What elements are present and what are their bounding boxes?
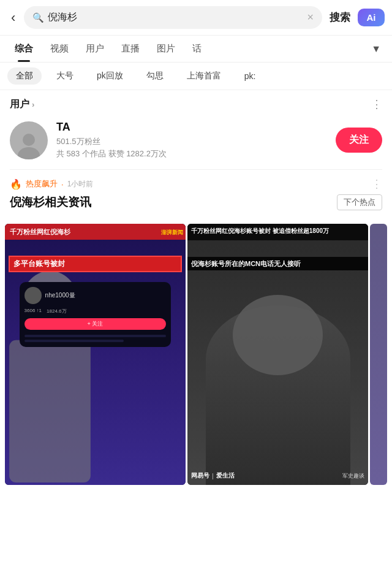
- video-right-subtitle-overlay: 倪海杉账号所在的MCN电话无人接听: [187, 257, 368, 270]
- user-info: TA 501.5万粉丝 共 583 个作品 获赞 1282.2万次: [56, 121, 327, 159]
- phone-stat1: 3606 ↑1: [24, 308, 42, 315]
- clear-button[interactable]: ×: [307, 11, 314, 24]
- hot-news-row: 倪海杉相关资讯 下个热点: [10, 194, 382, 210]
- phone-line2: [24, 340, 124, 342]
- hot-news-title: 倪海杉相关资讯: [10, 194, 91, 210]
- watermark-text: 军史趣谈: [342, 473, 364, 479]
- phone-screen-mockup: nhe1000量 3606 ↑1 1824.6万 + 关注: [20, 282, 172, 347]
- video-card-partial: [370, 224, 387, 485]
- search-query-text: 倪海杉: [48, 11, 303, 24]
- person-right: [187, 285, 368, 485]
- video-left-sub-text: 多平台账号被封: [13, 259, 177, 269]
- user-works: 共 583 个作品 获赞 1282.2万次: [56, 148, 327, 159]
- user-name: TA: [56, 121, 327, 134]
- next-hot-button[interactable]: 下个热点: [337, 194, 382, 210]
- phone-stats: 3606 ↑1 1824.6万: [24, 308, 167, 315]
- hot-fire-icon: 🔥: [10, 178, 22, 190]
- phone-stat2: 1824.6万: [47, 308, 66, 315]
- search-bar[interactable]: 🔍 倪海杉 ×: [24, 6, 322, 29]
- hot-section: 🔥 热度飙升 · 1小时前 ⋮ 倪海杉相关资讯 下个热点: [0, 170, 392, 219]
- follow-button[interactable]: 关注: [336, 128, 382, 153]
- users-chevron-icon: ›: [32, 100, 34, 109]
- hot-label-row: 🔥 热度飙升 · 1小时前 ⋮: [10, 177, 382, 191]
- video-right-sub-text: 倪海杉账号所在的MCN电话无人接听: [191, 259, 364, 268]
- tab-image[interactable]: 图片: [148, 36, 184, 62]
- filter-shanghai-rich[interactable]: 上海首富: [178, 67, 230, 85]
- hot-more-icon[interactable]: ⋮: [371, 177, 382, 191]
- source-wangyi: 网易号: [191, 471, 209, 480]
- ai-button[interactable]: Ai: [358, 9, 385, 26]
- svg-point-1: [18, 147, 40, 159]
- users-section-header: 用户 › ⋮: [0, 90, 392, 116]
- video-right-title-text: 千万粉丝网红倪海杉账号被封 被追偿粉丝超1800万: [191, 227, 364, 235]
- hot-label-text: 热度飙升: [26, 178, 58, 189]
- filter-pk2[interactable]: pk:: [236, 68, 265, 84]
- filter-gousi[interactable]: 勾思: [138, 67, 172, 85]
- tab-video[interactable]: 视频: [42, 36, 77, 62]
- video-right-watermark: 军史趣谈: [342, 469, 364, 480]
- video-grid: 千万粉丝网红倪海杉 多平台账号被封 澎湃新闻 nhe1000量 3606 ↑1 …: [0, 219, 392, 485]
- filter-pk-replay[interactable]: pk回放: [88, 67, 132, 85]
- phone-username: nhe1000量: [45, 291, 75, 300]
- search-icon: 🔍: [32, 12, 44, 23]
- video-left-source-badge: 澎湃新闻: [161, 229, 183, 237]
- video-thumb-left: 千万粉丝网红倪海杉 多平台账号被封 澎湃新闻 nhe1000量 3606 ↑1 …: [5, 224, 186, 485]
- users-section-title[interactable]: 用户 ›: [10, 98, 34, 111]
- video-thumb-right: 千万粉丝网红倪海杉账号被封 被追偿粉丝超1800万 倪海杉账号所在的MCN电话无…: [187, 224, 368, 485]
- hot-time: 1小时前: [67, 179, 94, 189]
- video-left-title-overlay: 千万粉丝网红倪海杉: [5, 224, 186, 240]
- filter-all[interactable]: 全部: [7, 67, 42, 85]
- users-title-text: 用户: [10, 98, 29, 111]
- tab-bar: 综合 视频 用户 直播 图片 话 ▼: [0, 36, 392, 63]
- video-card-left[interactable]: 千万粉丝网红倪海杉 多平台账号被封 澎湃新闻 nhe1000量 3606 ↑1 …: [5, 224, 186, 485]
- phone-follow-btn: + 关注: [24, 318, 167, 330]
- video-card-right[interactable]: 千万粉丝网红倪海杉账号被封 被追偿粉丝超1800万 倪海杉账号所在的MCN电话无…: [187, 224, 368, 485]
- tab-live[interactable]: 直播: [113, 36, 148, 62]
- avatar-person-icon: [14, 130, 43, 159]
- video-left-subtitle: 多平台账号被封: [9, 256, 182, 272]
- header: ‹ 🔍 倪海杉 × 搜索 Ai: [0, 0, 392, 36]
- filter-big[interactable]: 大号: [48, 67, 82, 85]
- user-card: TA 501.5万粉丝 共 583 个作品 获赞 1282.2万次 关注: [0, 116, 392, 169]
- source-aishenguo: 爱生活: [216, 471, 235, 480]
- video-right-title-overlay: 千万粉丝网红倪海杉账号被封 被追偿粉丝超1800万: [187, 224, 368, 240]
- source-divider: |: [212, 473, 214, 479]
- person-head: [233, 295, 323, 375]
- phone-line1: [24, 335, 167, 337]
- video-right-sources: 网易号 | 爱生活: [191, 471, 235, 480]
- sub-filter-bar: 全部 大号 pk回放 勾思 上海首富 pk:: [0, 63, 392, 90]
- tab-comprehensive[interactable]: 综合: [6, 36, 42, 62]
- back-button[interactable]: ‹: [7, 7, 19, 28]
- svg-point-0: [23, 134, 35, 146]
- tab-user[interactable]: 用户: [77, 36, 113, 62]
- svg-rect-3: [9, 340, 91, 482]
- tab-topic[interactable]: 话: [184, 36, 210, 62]
- phone-avatar: [24, 287, 42, 304]
- hot-dot: ·: [61, 180, 64, 189]
- users-more-icon[interactable]: ⋮: [371, 97, 382, 111]
- video-left-title-text: 千万粉丝网红倪海杉: [10, 227, 181, 236]
- user-fans: 501.5万粉丝: [56, 136, 327, 147]
- avatar: [10, 121, 48, 159]
- search-button[interactable]: 搜索: [327, 10, 353, 25]
- tab-filter-icon[interactable]: ▼: [366, 36, 386, 62]
